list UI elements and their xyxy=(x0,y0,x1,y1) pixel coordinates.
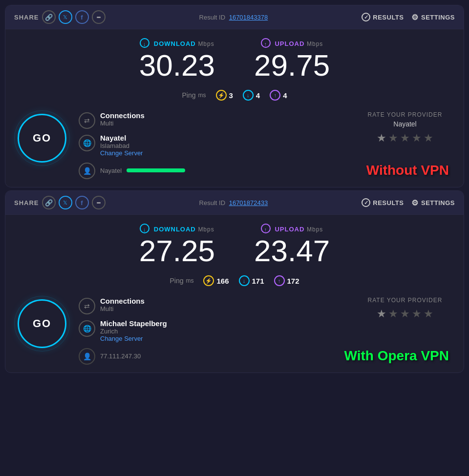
progress-bar xyxy=(127,168,185,172)
change-server-link-2[interactable]: Change Server xyxy=(100,335,167,342)
go-button[interactable]: GO xyxy=(18,114,66,163)
connections-sub: Multi xyxy=(100,120,145,127)
result-id: Result ID 16701843378 xyxy=(199,14,268,21)
results-button-2[interactable]: ✓ RESULTS xyxy=(362,198,404,207)
server-city: Islamabad xyxy=(100,142,143,149)
connections-title: Connections xyxy=(100,111,145,120)
ping-label: Ping ms xyxy=(182,91,206,99)
user-row: 👤 Nayatel xyxy=(79,162,346,179)
ping-idle-2: ⚡ 166 xyxy=(203,275,229,286)
share-section-2: SHARE 🔗 𝕏 f ••• xyxy=(14,196,106,209)
download-value: 30.23 xyxy=(139,49,215,82)
upload-block: ↑ UPLOAD Mbps 29.75 xyxy=(254,38,330,82)
download-arrow-icon-2: ↓ xyxy=(140,224,149,233)
star-2-5[interactable]: ★ xyxy=(424,308,433,320)
server-row-2: 🌐 Michael Stapelberg Zurich Change Serve… xyxy=(79,319,346,342)
star-2-3[interactable]: ★ xyxy=(400,308,410,320)
gear-icon: ⚙ xyxy=(411,13,419,22)
results-check-icon-2: ✓ xyxy=(362,198,370,207)
star-rating[interactable]: ★ ★ ★ ★ ★ xyxy=(356,132,454,145)
twitter-share-button-2[interactable]: 𝕏 xyxy=(59,196,72,209)
user-icon: 👤 xyxy=(79,163,95,179)
result-id-link[interactable]: 16701843378 xyxy=(229,14,268,21)
connections-row: ⇄ Connections Multi xyxy=(79,111,346,129)
more-share-button-2[interactable]: ••• xyxy=(92,196,106,209)
ping-download: ↓ 4 xyxy=(243,90,260,101)
connections-row-2: ⇄ Connections Multi xyxy=(79,297,346,314)
connections-icon: ⇄ xyxy=(79,112,95,129)
without-vpn-label: Without VPN xyxy=(366,163,449,178)
star-1[interactable]: ★ xyxy=(377,132,386,145)
go-button-wrapper[interactable]: GO xyxy=(15,111,69,165)
download-block: ↓ DOWNLOAD Mbps 30.23 xyxy=(139,38,215,82)
results-check-icon: ✓ xyxy=(362,13,370,21)
upload-value-2: 23.47 xyxy=(254,234,330,268)
upload-block-2: ↑ UPLOAD Mbps 23.47 xyxy=(254,224,330,268)
server-globe-icon-2: 🌐 xyxy=(79,320,95,337)
facebook-share-button[interactable]: f xyxy=(75,10,89,24)
connections-sub-2: Multi xyxy=(100,305,145,312)
share-section: SHARE 🔗 𝕏 f ••• xyxy=(14,10,106,24)
server-name: Nayatel xyxy=(100,134,143,142)
rate-provider: Nayatel xyxy=(356,120,454,128)
result-id-2: Result ID 16701872433 xyxy=(199,199,268,207)
with-vpn-label: With Opera VPN xyxy=(344,348,449,364)
share-label: SHARE xyxy=(14,14,39,21)
upload-value: 29.75 xyxy=(254,49,330,82)
star-2-2[interactable]: ★ xyxy=(388,308,398,320)
download-value-2: 27.25 xyxy=(139,234,215,268)
gear-icon-2: ⚙ xyxy=(411,198,419,207)
user-label: Nayatel xyxy=(100,167,122,174)
ping-upload-icon-2: ↑ xyxy=(274,275,285,286)
server-name-2: Michael Stapelberg xyxy=(100,319,167,328)
twitter-share-button[interactable]: 𝕏 xyxy=(59,10,72,24)
connections-title-2: Connections xyxy=(100,297,145,305)
more-share-button[interactable]: ••• xyxy=(92,10,106,24)
user-row-2: 👤 77.111.247.30 xyxy=(79,347,346,365)
download-block-2: ↓ DOWNLOAD Mbps 27.25 xyxy=(139,224,215,268)
server-globe-icon: 🌐 xyxy=(79,135,95,151)
settings-button-2[interactable]: ⚙ SETTINGS xyxy=(411,198,455,207)
results-button[interactable]: ✓ RESULTS xyxy=(362,13,404,21)
ping-upload-2: ↑ 172 xyxy=(274,275,299,286)
connections-icon-2: ⇄ xyxy=(79,298,95,314)
star-5[interactable]: ★ xyxy=(424,132,433,145)
share-label-2: SHARE xyxy=(14,199,39,207)
ping-idle-icon-2: ⚡ xyxy=(203,275,214,286)
ping-label-2: Ping ms xyxy=(170,277,193,285)
user-icon-2: 👤 xyxy=(79,348,95,365)
ping-download-icon-2: ↓ xyxy=(239,275,250,286)
star-3[interactable]: ★ xyxy=(400,132,410,145)
link-share-button-2[interactable]: 🔗 xyxy=(42,196,56,209)
progress-bar-wrapper xyxy=(127,168,346,172)
ping-idle-icon: ⚡ xyxy=(216,90,227,101)
result-id-link-2[interactable]: 16701872433 xyxy=(229,199,268,207)
ping-download-icon: ↓ xyxy=(243,90,254,101)
upload-arrow-icon: ↑ xyxy=(261,38,271,48)
ping-download-2: ↓ 171 xyxy=(239,275,264,286)
settings-button[interactable]: ⚙ SETTINGS xyxy=(411,13,455,22)
star-2-1[interactable]: ★ xyxy=(377,308,386,320)
star-2[interactable]: ★ xyxy=(388,132,398,145)
change-server-link[interactable]: Change Server xyxy=(100,149,143,157)
rate-title: RATE YOUR PROVIDER xyxy=(356,111,454,118)
download-arrow-icon: ↓ xyxy=(140,38,149,48)
star-rating-2[interactable]: ★ ★ ★ ★ ★ xyxy=(356,308,454,320)
facebook-share-button-2[interactable]: f xyxy=(75,196,89,209)
ping-upload: ↑ 4 xyxy=(270,90,287,101)
rate-title-2: RATE YOUR PROVIDER xyxy=(356,297,454,304)
server-city-2: Zurich xyxy=(100,328,167,335)
link-share-button[interactable]: 🔗 xyxy=(42,10,56,24)
upload-arrow-icon-2: ↑ xyxy=(261,224,271,233)
server-row: 🌐 Nayatel Islamabad Change Server xyxy=(79,134,346,157)
go-button-wrapper-2[interactable]: GO xyxy=(15,297,69,351)
star-2-4[interactable]: ★ xyxy=(412,308,422,320)
user-ip: 77.111.247.30 xyxy=(100,352,141,360)
ping-upload-icon: ↑ xyxy=(270,90,280,101)
star-4[interactable]: ★ xyxy=(412,132,422,145)
ping-idle: ⚡ 3 xyxy=(216,90,233,101)
go-button-2[interactable]: GO xyxy=(18,299,66,348)
